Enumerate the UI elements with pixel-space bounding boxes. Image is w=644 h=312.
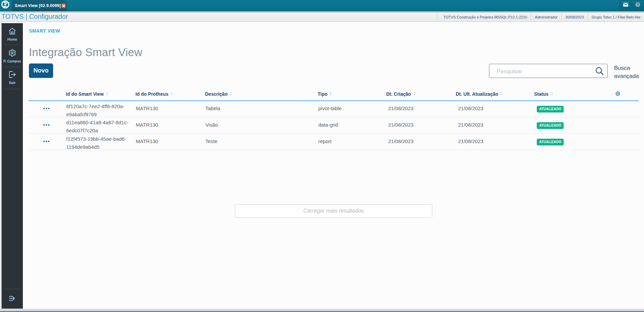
svg-text:?: ? [637, 2, 639, 6]
